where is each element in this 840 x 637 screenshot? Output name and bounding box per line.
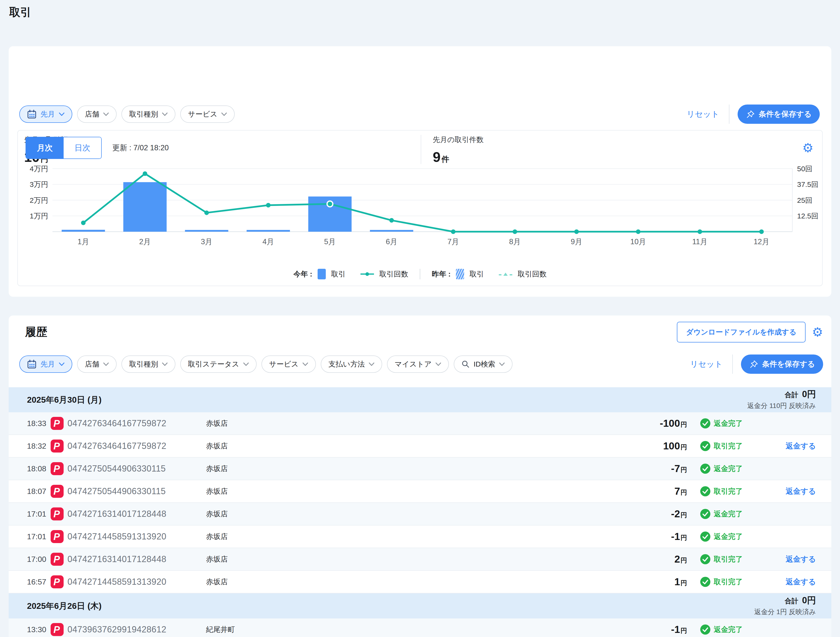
transaction-row[interactable]: 17:01 P 04742716314017128448 赤坂店 -2円 返金完…	[9, 503, 831, 525]
transaction-row[interactable]: 16:57 P 04742714458591313920 赤坂店 1円 取引完了…	[9, 571, 831, 593]
filter-chip-取引種別[interactable]: 取引種別	[122, 355, 175, 373]
chevron-down-icon	[59, 363, 65, 366]
legend-last-year-bar-label: 取引	[469, 269, 484, 279]
transaction-id: 04742763464167759872	[68, 441, 206, 451]
legend-line-swatch	[360, 272, 374, 276]
filter-chip-支払い方法[interactable]: 支払い方法	[321, 355, 382, 373]
transaction-amount: -7円	[602, 463, 687, 475]
granularity-toggle[interactable]: 月次 日次	[25, 137, 102, 159]
divider	[420, 269, 420, 279]
chevron-down-icon	[103, 112, 109, 116]
line-point	[698, 230, 702, 234]
store-name: 紀尾井町	[206, 625, 602, 635]
date-group-header: 2025年6月30日 (月) 合計 0円 返金分 110円 反映済み	[9, 387, 831, 412]
save-conditions-button[interactable]: 条件を保存する	[741, 355, 823, 374]
group-refund-note: 返金分 110円 反映済み	[747, 401, 816, 410]
paypay-icon: P	[51, 508, 64, 520]
filter-chip-マイストア[interactable]: マイストア	[387, 355, 449, 373]
filter-chip-サービス[interactable]: サービス	[261, 355, 316, 373]
reset-button[interactable]: リセット	[685, 109, 721, 120]
divider	[729, 104, 729, 124]
refund-link[interactable]: 返金する	[786, 577, 816, 586]
transaction-row[interactable]: 17:01 P 04742714458591313920 赤坂店 -1円 返金完…	[9, 525, 831, 548]
transaction-amount: -1円	[602, 624, 687, 635]
date-group: 2025年6月26日 (木) 合計 0円 返金分 1円 反映済み 13:30 P…	[9, 593, 831, 637]
gear-icon[interactable]: ⚙	[812, 326, 823, 338]
date-group-header: 2025年6月26日 (木) 合計 0円 返金分 1円 反映済み	[9, 593, 831, 618]
filter-chip-label: 先月	[41, 109, 55, 119]
filter-chip-店舗[interactable]: 店舗	[77, 106, 117, 123]
legend-bar-label: 取引	[331, 269, 346, 279]
transaction-row[interactable]: 18:08 P 04742750544906330115 赤坂店 -7円 返金完…	[9, 457, 831, 480]
create-download-file-button[interactable]: ダウンロードファイルを作成する	[677, 322, 805, 342]
line-point	[759, 230, 764, 234]
filter-chip-label: 店舗	[85, 359, 99, 369]
month-label: 9月	[571, 238, 583, 246]
transaction-amount: -100円	[602, 418, 687, 429]
group-total-label: 合計	[785, 597, 800, 605]
gear-icon[interactable]: ⚙	[802, 142, 813, 154]
filter-chip-先月[interactable]: 先月	[19, 106, 72, 123]
right-axis-tick: 37.5回	[797, 180, 818, 188]
history-filter-chips: 先月 店舗 取引種別	[19, 355, 513, 373]
status-label: 返金完了	[714, 509, 743, 519]
transaction-row[interactable]: 18:07 P 04742750544906330115 赤坂店 7円 取引完了…	[9, 480, 831, 503]
group-total-value: 0円	[802, 595, 816, 605]
filter-chip-ID検索[interactable]: ID検索	[454, 355, 513, 373]
status-badge: 返金完了	[700, 531, 764, 542]
line-point	[451, 230, 455, 234]
status-label: 取引完了	[714, 441, 743, 451]
chevron-down-icon	[369, 363, 374, 366]
history-table: 2025年6月30日 (月) 合計 0円 返金分 110円 反映済み 18:33…	[9, 387, 831, 637]
check-icon	[700, 418, 711, 429]
filter-chip-label: 取引ステータス	[188, 359, 239, 369]
transaction-id: 04742716314017128448	[68, 554, 206, 564]
line-point	[513, 230, 517, 234]
divider	[732, 355, 733, 374]
left-axis-tick: 1万円	[30, 212, 48, 220]
tab-monthly[interactable]: 月次	[26, 137, 64, 158]
save-conditions-label: 条件を保存する	[762, 359, 815, 369]
filter-chip-label: サービス	[269, 359, 298, 369]
transaction-row[interactable]: 13:30 P 04739637629919428612 紀尾井町 -1円 返金…	[9, 618, 831, 637]
check-icon	[700, 624, 711, 635]
transaction-row[interactable]: 17:00 P 04742716314017128448 赤坂店 2円 取引完了…	[9, 548, 831, 571]
month-label: 3月	[201, 238, 212, 246]
filter-chip-店舗[interactable]: 店舗	[77, 355, 117, 373]
status-badge: 返金完了	[700, 509, 764, 519]
check-icon	[700, 554, 711, 564]
store-name: 赤坂店	[206, 554, 602, 564]
month-label: 11月	[692, 238, 707, 246]
transaction-id: 04739637629919428612	[68, 624, 206, 635]
reset-button[interactable]: リセット	[689, 359, 724, 370]
line-point	[327, 201, 333, 207]
refund-link[interactable]: 返金する	[786, 487, 816, 495]
tab-daily[interactable]: 日次	[64, 137, 101, 158]
transaction-amount: -2円	[602, 508, 687, 520]
transaction-id: 04742714458591313920	[68, 577, 206, 587]
paypay-icon: P	[51, 576, 64, 588]
refund-link[interactable]: 返金する	[786, 441, 816, 450]
transaction-row[interactable]: 18:32 P 04742763464167759872 赤坂店 100円 取引…	[9, 435, 831, 457]
status-label: 返金完了	[714, 464, 743, 474]
date-group: 2025年6月30日 (月) 合計 0円 返金分 110円 反映済み 18:33…	[9, 387, 831, 593]
save-conditions-label: 条件を保存する	[759, 109, 812, 119]
left-axis-tick: 2万円	[30, 196, 48, 204]
month-label: 12月	[754, 238, 769, 246]
filter-chip-先月[interactable]: 先月	[19, 355, 72, 373]
paypay-icon: P	[51, 462, 64, 475]
legend-line-label: 取引回数	[379, 269, 408, 279]
transaction-row[interactable]: 18:33 P 04742763464167759872 赤坂店 -100円 返…	[9, 412, 831, 435]
chevron-down-icon	[221, 112, 227, 116]
legend-last-year-bar-swatch	[456, 269, 464, 279]
line-point	[574, 230, 579, 234]
save-conditions-button[interactable]: 条件を保存する	[737, 104, 820, 124]
chevron-down-icon	[243, 363, 249, 366]
status-label: 取引完了	[714, 486, 743, 497]
pin-icon	[746, 109, 755, 119]
filter-chip-取引ステータス[interactable]: 取引ステータス	[180, 355, 257, 373]
filter-chip-取引種別[interactable]: 取引種別	[122, 106, 175, 123]
transaction-id: 04742714458591313920	[68, 531, 206, 542]
filter-chip-サービス[interactable]: サービス	[180, 106, 235, 123]
refund-link[interactable]: 返金する	[786, 555, 816, 563]
